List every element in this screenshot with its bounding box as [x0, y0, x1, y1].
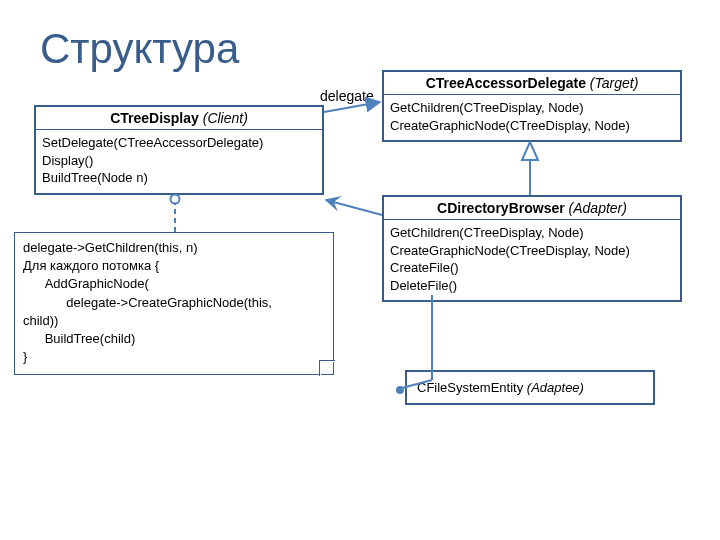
class-role: (Target) [590, 75, 639, 91]
class-cdirectorybrowser-ops: GetChildren(CTreeDisplay, Node) CreateGr… [384, 220, 680, 300]
svg-point-6 [396, 386, 404, 394]
class-role: (Adaptee) [527, 380, 584, 395]
class-ctreeaccessordelegate: CTreeAccessorDelegate (Target) GetChildr… [382, 70, 682, 142]
class-cdirectorybrowser-header: CDirectoryBrowser (Adapter) [384, 197, 680, 220]
note-fold-icon [319, 360, 335, 376]
label-delegate: delegate [320, 88, 374, 104]
class-name: CTreeDisplay [110, 110, 199, 126]
class-ctreedisplay-header: CTreeDisplay (Client) [36, 107, 322, 130]
class-role: (Client) [203, 110, 248, 126]
class-name: CTreeAccessorDelegate [426, 75, 586, 91]
note-buildtree: delegate->GetChildren(this, n) Для каждо… [14, 232, 334, 375]
svg-line-1 [326, 200, 382, 215]
class-cdirectorybrowser: CDirectoryBrowser (Adapter) GetChildren(… [382, 195, 682, 302]
class-name: CFileSystemEntity [417, 380, 523, 395]
svg-marker-3 [522, 142, 538, 160]
class-cfilesystementity: CFileSystemEntity (Adaptee) [405, 370, 655, 405]
class-name: CDirectoryBrowser [437, 200, 565, 216]
svg-point-8 [171, 195, 180, 204]
class-ctreedisplay-ops: SetDelegate(CTreeAccessorDelegate) Displ… [36, 130, 322, 193]
class-ctreeaccessordelegate-ops: GetChildren(CTreeDisplay, Node) CreateGr… [384, 95, 680, 140]
class-ctreedisplay: CTreeDisplay (Client) SetDelegate(CTreeA… [34, 105, 324, 195]
note-text: delegate->GetChildren(this, n) Для каждо… [23, 239, 325, 366]
class-role: (Adapter) [569, 200, 627, 216]
page-title: Структура [40, 25, 239, 73]
class-ctreeaccessordelegate-header: CTreeAccessorDelegate (Target) [384, 72, 680, 95]
